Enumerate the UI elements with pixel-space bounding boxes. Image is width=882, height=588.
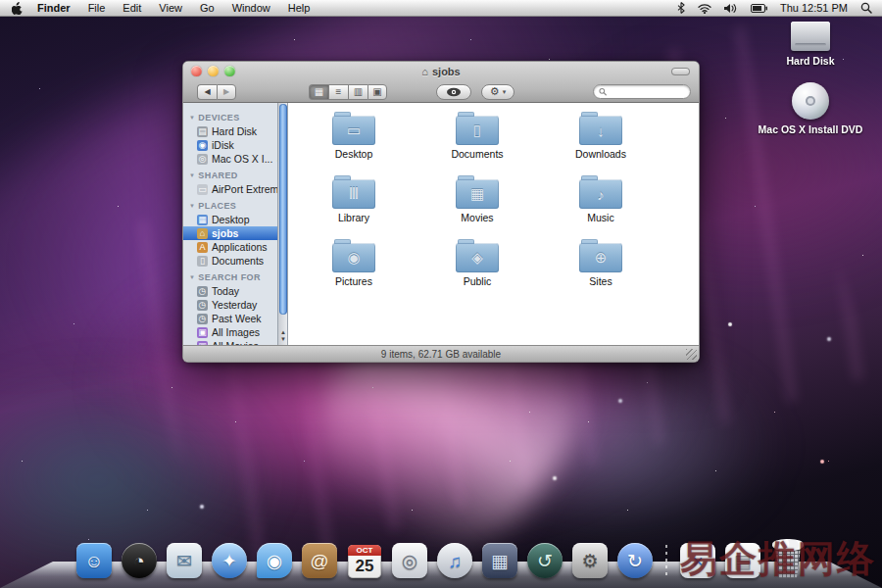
bluetooth-icon[interactable] — [677, 2, 685, 14]
resize-grip[interactable] — [686, 349, 697, 360]
dock-glyph: ▤ — [734, 552, 752, 570]
sidebar-item-sjobs[interactable]: ⌂sjobs — [183, 226, 277, 240]
minimize-button[interactable] — [208, 66, 219, 76]
sidebar-item-hard-disk[interactable]: ▤Hard Disk — [183, 124, 277, 138]
dock-item-downloads-stack[interactable]: ▤ — [724, 539, 761, 578]
folder-glyph: ▯ — [456, 116, 499, 145]
dock-item-safari[interactable]: ✦ — [211, 539, 248, 578]
apple-menu[interactable] — [8, 2, 28, 15]
trash-paper — [772, 539, 804, 551]
folder-content-area[interactable]: ▭Desktop▯Documents↓DownloadsⅢLibrary▦Mov… — [288, 103, 699, 345]
icon-view-icon[interactable]: ▦ — [309, 84, 328, 100]
sidebar-item-label: Mac OS X I... — [212, 153, 272, 165]
sidebar-item-applications[interactable]: AApplications — [183, 240, 277, 254]
dock-item-address-book[interactable]: @ — [301, 539, 338, 578]
dock-item-system-preferences[interactable]: ⚙ — [571, 539, 609, 578]
dock-item-itunes[interactable]: ♫ — [436, 539, 473, 578]
dock-item-time-machine[interactable]: ↺ — [526, 539, 564, 578]
scrollbar-thumb[interactable] — [279, 104, 287, 315]
dock-glyph: @ — [310, 552, 328, 570]
disclosure-triangle-icon[interactable]: ▼ — [189, 274, 195, 280]
sidebar-item-past-week[interactable]: ◷Past Week — [183, 312, 277, 325]
battery-icon[interactable] — [751, 4, 767, 13]
zoom-button[interactable] — [224, 66, 235, 76]
dock-item-iphoto[interactable]: ◎ — [391, 539, 428, 578]
applications-icon: A — [197, 242, 208, 253]
volume-icon[interactable] — [724, 3, 738, 14]
folder-desktop[interactable]: ▭Desktop — [292, 113, 416, 176]
search-field[interactable] — [593, 84, 691, 99]
clock-icon: ◷ — [197, 314, 208, 324]
trash-icon — [771, 541, 805, 578]
list-view-icon[interactable]: ≡ — [328, 84, 348, 100]
menu-edit[interactable]: Edit — [114, 2, 150, 14]
library-folder-icon: Ⅲ — [332, 179, 375, 209]
dock-item-dashboard[interactable]: ◔ — [121, 539, 158, 578]
dock-item-trash[interactable] — [769, 539, 807, 578]
pictures-folder-icon: ◉ — [332, 243, 375, 272]
toolbar-toggle-button[interactable] — [671, 68, 690, 75]
search-input[interactable] — [610, 86, 685, 97]
app-menu-finder[interactable]: Finder — [28, 2, 79, 14]
gear-icon: ⚙ — [490, 85, 500, 98]
sidebar-item-desktop[interactable]: ▦Desktop — [183, 213, 277, 226]
sidebar-item-documents[interactable]: ▯Documents — [183, 254, 277, 268]
menu-help[interactable]: Help — [279, 2, 319, 14]
sidebar-item-yesterday[interactable]: ◷Yesterday — [183, 298, 277, 312]
folder-pictures[interactable]: ◉Pictures — [292, 240, 416, 304]
column-view-icon[interactable]: ▥ — [348, 84, 368, 100]
forward-button[interactable]: ▶ — [217, 84, 236, 100]
desktop-icon-label: Hard Disk — [786, 55, 834, 67]
folder-glyph: ◉ — [332, 243, 375, 272]
dock-item-ichat[interactable]: ◉ — [256, 539, 293, 578]
window-title-text: sjobs — [432, 66, 461, 77]
wifi-icon[interactable] — [698, 3, 711, 14]
dock-item-ical[interactable]: OCT25 — [346, 539, 383, 578]
dock-item-documents-stack[interactable]: × — [679, 539, 716, 578]
window-chrome[interactable]: ⌂ sjobs ◀ ▶ ▦≡▥▣ ⚙ ▾ — [183, 62, 699, 103]
sidebar-scrollbar[interactable]: ▲▼ — [278, 103, 288, 345]
action-button[interactable]: ⚙ ▾ — [481, 84, 514, 100]
sidebar-item-airport-extreme[interactable]: ▭AirPort Extreme — [183, 182, 277, 196]
dock-item-finder[interactable]: ☺ — [75, 539, 113, 578]
disclosure-triangle-icon[interactable]: ▼ — [189, 115, 195, 121]
menu-file[interactable]: File — [79, 2, 115, 14]
menu-go[interactable]: Go — [191, 2, 223, 14]
menu-bar-clock[interactable]: Thu 12:51 PM — [780, 2, 848, 14]
desktop-icon-hard-disk[interactable]: Hard Disk — [757, 22, 864, 67]
back-button[interactable]: ◀ — [197, 84, 217, 100]
downloads-stack-icon: ▤ — [725, 543, 760, 578]
sidebar-item-label: All Images — [212, 326, 260, 338]
sidebar-item-all-images[interactable]: ▣All Images — [183, 325, 277, 339]
folder-glyph: Ⅲ — [332, 179, 375, 209]
spotlight-search-icon[interactable] — [860, 2, 872, 14]
sidebar-item-idisk[interactable]: ◉iDisk — [183, 138, 277, 152]
folder-movies[interactable]: ▦Movies — [416, 176, 539, 240]
folder-sites[interactable]: ⊕Sites — [539, 240, 662, 304]
window-title-bar[interactable]: ⌂ sjobs — [183, 62, 699, 80]
menu-view[interactable]: View — [150, 2, 191, 14]
coverflow-view-icon[interactable]: ▣ — [368, 84, 387, 100]
dock-glyph: ⚙ — [581, 552, 598, 570]
folder-downloads[interactable]: ↓Downloads — [539, 113, 662, 176]
disclosure-triangle-icon[interactable]: ▼ — [189, 172, 195, 178]
software-update-icon: ↻ — [617, 543, 653, 578]
folder-music[interactable]: ♪Music — [539, 176, 662, 240]
menu-window[interactable]: Window — [223, 2, 279, 14]
menu-bar: Finder FileEditViewGoWindowHelp Thu 12:5… — [0, 0, 882, 17]
dock-glyph: ↻ — [627, 552, 643, 570]
scrollbar-arrows[interactable]: ▲▼ — [278, 329, 288, 343]
desktop-icon-mac-os-x-install-dvd[interactable]: Mac OS X Install DVD — [757, 82, 864, 135]
sidebar-item-today[interactable]: ◷Today — [183, 284, 277, 298]
dock-item-mail[interactable]: ✉ — [166, 539, 203, 578]
close-button[interactable] — [191, 66, 202, 76]
dock-item-software-update[interactable]: ↻ — [616, 539, 654, 578]
folder-public[interactable]: ◈Public — [416, 240, 539, 304]
sidebar-section-label: PLACES — [198, 201, 236, 211]
disclosure-triangle-icon[interactable]: ▼ — [189, 203, 195, 209]
folder-library[interactable]: ⅢLibrary — [292, 176, 416, 240]
dock-item-spaces[interactable]: ▦ — [481, 539, 518, 578]
folder-documents[interactable]: ▯Documents — [416, 113, 539, 176]
quick-look-button[interactable] — [436, 84, 471, 100]
sidebar-item-mac-os-x-i-[interactable]: ◎Mac OS X I...⏏ — [183, 152, 277, 166]
